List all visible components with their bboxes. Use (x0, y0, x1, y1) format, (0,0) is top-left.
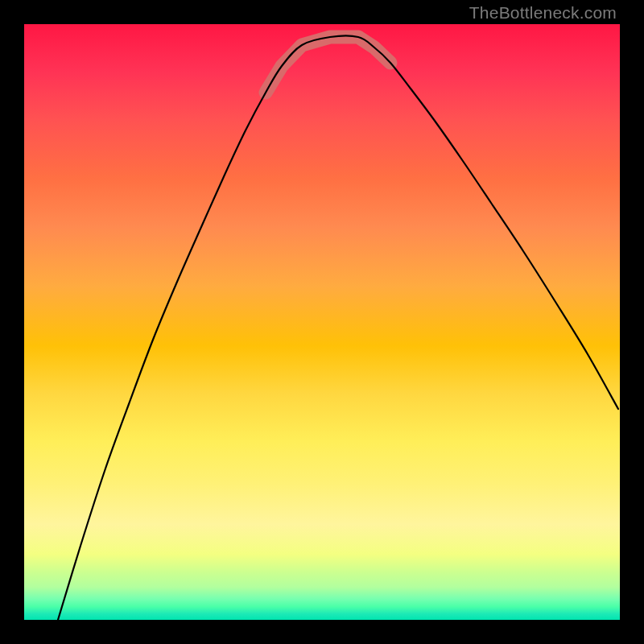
main-curve-path (58, 36, 618, 620)
watermark-text: TheBottleneck.com (469, 3, 617, 23)
chart-stage: TheBottleneck.com (0, 0, 644, 644)
plot-area (24, 24, 620, 620)
curve-svg (24, 24, 620, 620)
